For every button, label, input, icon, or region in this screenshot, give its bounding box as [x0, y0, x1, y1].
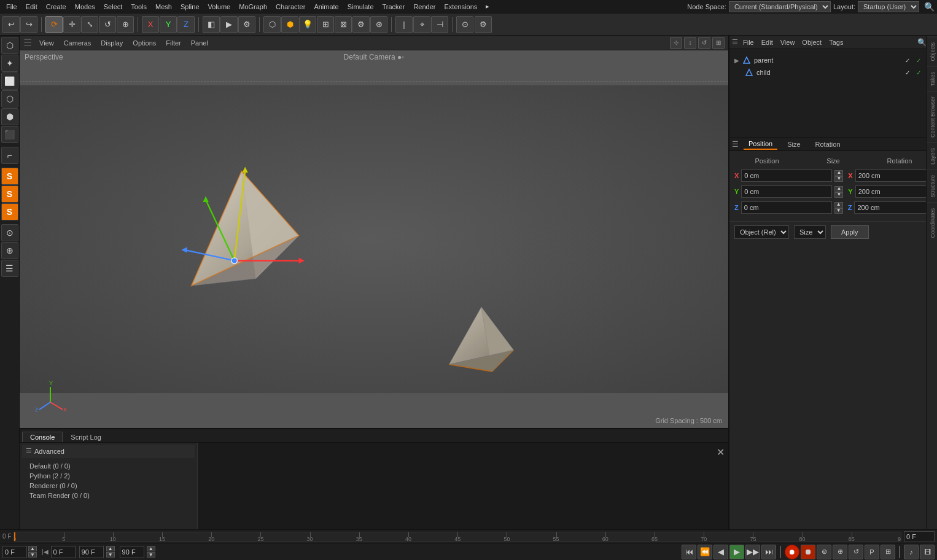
parent-ctrl-check1[interactable]: ✓ [903, 55, 912, 65]
sound-btn[interactable]: ♪ [904, 545, 919, 559]
prop-z-pos[interactable] [741, 201, 832, 214]
console-tree-default[interactable]: Default (0 / 0) [22, 461, 195, 471]
anim-loop-btn[interactable]: ↺ [849, 545, 863, 559]
record-auto-btn[interactable]: ⏺ [801, 545, 815, 559]
play-btn[interactable]: ▶ [729, 545, 744, 559]
timeline-frame-input[interactable] [904, 531, 935, 542]
preview-end-down[interactable]: ▼ [106, 552, 115, 558]
deform-btn[interactable]: ⚙ [352, 16, 370, 33]
hier-menu-file[interactable]: File [741, 38, 756, 47]
prop-z-pos-up[interactable]: ▲ [834, 202, 843, 208]
console-close-btn[interactable]: ✕ [717, 446, 725, 458]
array-btn[interactable]: ⊛ [370, 16, 387, 33]
obj-copy-btn[interactable]: ⊠ [335, 16, 352, 33]
prop-z-pos-down[interactable]: ▼ [834, 208, 843, 214]
sidebar-mode1[interactable]: ⬡ [1, 37, 18, 54]
frame-end-down[interactable]: ▼ [147, 552, 155, 558]
vp-menu-cameras[interactable]: Cameras [61, 38, 94, 48]
menu-spline[interactable]: Spline [177, 2, 203, 12]
apply-button[interactable]: Apply [831, 225, 869, 239]
redo-btn[interactable]: ↪ [20, 16, 37, 33]
menu-character[interactable]: Character [272, 2, 309, 12]
menu-mesh[interactable]: Mesh [152, 2, 176, 12]
node-space-dropdown[interactable]: Current (Standard/Physical) [729, 1, 831, 12]
menu-more[interactable]: ▸ [482, 1, 493, 12]
console-tree-renderer[interactable]: Renderer (0 / 0) [22, 481, 195, 491]
render-settings-btn[interactable]: ⚙ [238, 16, 255, 33]
prop-y-pos-down[interactable]: ▼ [834, 192, 843, 198]
object-row-parent[interactable]: ▶ parent ✓ ✓ [732, 54, 935, 66]
child-ctrl-check1[interactable]: ✓ [903, 68, 912, 77]
viewport-3d[interactable]: Perspective Default Camera ●◦ [20, 50, 728, 428]
hier-search-icon[interactable]: 🔍 [917, 38, 927, 47]
vp-menu-view[interactable]: View [37, 38, 56, 48]
prop-z-size[interactable] [854, 201, 937, 214]
menu-tools[interactable]: Tools [127, 2, 150, 12]
vtab-coordinates[interactable]: Coordinates [927, 203, 937, 243]
vp-menu-display[interactable]: Display [98, 38, 125, 48]
sidebar-dynamics2[interactable]: ⊕ [1, 242, 18, 259]
timeline-ruler[interactable]: 051015202530354045505560657075808590 [14, 532, 901, 542]
frame-end-input[interactable] [120, 546, 144, 558]
prop-y-pos-up[interactable]: ▲ [834, 186, 843, 192]
menu-file[interactable]: File [2, 2, 21, 12]
skip-to-end-btn[interactable]: ⏭ [761, 545, 776, 559]
current-frame-input[interactable] [2, 546, 27, 558]
props-tab-position[interactable]: Position [744, 139, 777, 150]
vp-icon-3[interactable]: ↺ [698, 37, 710, 49]
x-axis-btn[interactable]: X [142, 16, 159, 33]
settings-btn[interactable]: ⚙ [475, 16, 492, 33]
sidebar-s1[interactable]: S [1, 168, 18, 185]
perspective-btn[interactable]: ⬡ [263, 16, 281, 33]
frame-end-up[interactable]: ▲ [147, 546, 155, 551]
tab-console[interactable]: Console [22, 432, 63, 442]
play-fwd-btn[interactable]: ▶▶ [745, 545, 760, 559]
scale-tool-btn[interactable]: ⤡ [81, 16, 98, 33]
rotate-tool-btn[interactable]: ⟳ [45, 16, 63, 33]
hier-menu-edit[interactable]: Edit [759, 38, 776, 47]
prop-x-pos-up[interactable]: ▲ [834, 170, 843, 176]
prop-x-size[interactable] [855, 169, 937, 182]
console-grip-icon[interactable]: ☰ [26, 447, 32, 455]
rotate2-btn[interactable]: ↺ [99, 16, 116, 33]
transform-btn[interactable]: ⊕ [117, 16, 134, 33]
console-tree-teamrender[interactable]: Team Render (0 / 0) [22, 491, 195, 500]
magnet-btn[interactable]: ⌖ [413, 16, 430, 33]
texture-btn[interactable]: ⊞ [317, 16, 334, 33]
anim-path-btn[interactable]: ⊚ [817, 545, 831, 559]
child-ctrl-check2[interactable]: ✓ [914, 68, 923, 77]
play-back-btn[interactable]: ◀ [713, 545, 728, 559]
film-btn[interactable]: 🎞 [920, 545, 935, 559]
menu-simulate[interactable]: Simulate [344, 2, 378, 12]
preview-end-up[interactable]: ▲ [106, 546, 115, 551]
prop-x-pos[interactable] [741, 169, 832, 182]
y-axis-btn[interactable]: Y [160, 16, 177, 33]
hier-menu-tags[interactable]: Tags [826, 38, 846, 47]
console-output[interactable] [198, 443, 728, 529]
menu-mograph[interactable]: MoGraph [235, 2, 271, 12]
step-back-btn[interactable]: ⏪ [698, 545, 712, 559]
menu-volume[interactable]: Volume [204, 2, 235, 12]
sidebar-menu[interactable]: ☰ [1, 260, 18, 277]
hier-grip-icon[interactable]: ☰ [732, 38, 738, 46]
lighting-btn[interactable]: ⊙ [456, 16, 473, 33]
preview-end-input[interactable] [79, 546, 104, 558]
sidebar-dynamics1[interactable]: ⊙ [1, 224, 18, 241]
menu-modes[interactable]: Modes [71, 2, 99, 12]
vtab-takes[interactable]: Takes [927, 66, 937, 91]
preview-start-input[interactable] [51, 546, 76, 558]
props-tab-rotation[interactable]: Rotation [811, 139, 846, 149]
vtab-structure[interactable]: Structure [927, 169, 937, 203]
menu-extensions[interactable]: Extensions [440, 2, 481, 12]
menu-animate[interactable]: Animate [310, 2, 342, 12]
vtab-layers[interactable]: Layers [927, 142, 937, 169]
undo-btn[interactable]: ↩ [2, 16, 20, 33]
vp-menu-options[interactable]: Options [130, 38, 158, 48]
move-tool-btn[interactable]: ✛ [63, 16, 80, 33]
vp-icon-4[interactable]: ⊞ [712, 37, 725, 49]
vp-menu-filter[interactable]: Filter [163, 38, 183, 48]
render-btn[interactable]: ▶ [220, 16, 238, 33]
sidebar-tool1[interactable]: ⌐ [1, 147, 18, 164]
prop-y-size[interactable] [855, 185, 937, 198]
menu-edit[interactable]: Edit [22, 2, 41, 12]
